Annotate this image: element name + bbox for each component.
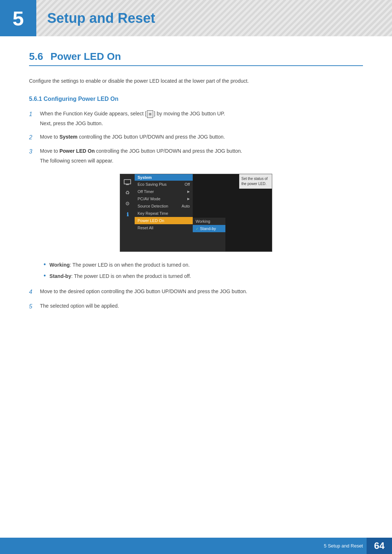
steps-list: 1 When the Function Key Guide appears, s…: [29, 110, 363, 165]
osd-icon-info: ℹ: [123, 210, 131, 218]
section-description: Configure the settings to enable or disa…: [29, 77, 363, 85]
monitor-icon: [124, 179, 131, 184]
step-3-content: Move to Power LED On controlling the JOG…: [40, 147, 363, 165]
chapter-number: 5: [12, 7, 24, 30]
subsection-number: 5.6.1: [29, 96, 42, 102]
step-1-sub: Next, press the JOG button.: [40, 119, 363, 127]
working-label: Working: [196, 219, 210, 223]
footer-page-box: 64: [367, 538, 392, 554]
info-icon: ℹ: [127, 212, 128, 217]
step-3-sub: The following screen will appear.: [40, 157, 363, 165]
step-4-number: 4: [29, 287, 40, 297]
bullet-working: • Working: The power LED is on when the …: [44, 261, 363, 269]
steps-list-2: 4 Move to the desired option controlling…: [29, 287, 363, 311]
step-3-number: 3: [29, 147, 40, 156]
osd-menu: System Eco Saving Plus Off Off Timer ▶ P…: [135, 174, 193, 251]
page-footer: 5 Setup and Reset 64: [0, 538, 392, 554]
standby-label: Stand-by: [200, 226, 216, 231]
section-heading: 5.6Power LED On: [29, 51, 363, 66]
bullet-standby-text: Stand-by: The power LED is on when the p…: [49, 272, 191, 280]
step-2-content: Move to System controlling the JOG butto…: [40, 133, 363, 141]
osd-submenu-working: Working: [193, 218, 225, 225]
step-3: 3 Move to Power LED On controlling the J…: [29, 147, 363, 165]
bullet-standby: • Stand-by: The power LED is on when the…: [44, 272, 363, 280]
osd-icon-monitor: [123, 178, 131, 186]
osd-menu-eco-saving: Eco Saving Plus Off: [135, 181, 193, 188]
step-1-number: 1: [29, 110, 40, 119]
step-4: 4 Move to the desired option controlling…: [29, 287, 363, 297]
eco-saving-label: Eco Saving Plus: [138, 182, 167, 186]
chapter-number-box: 5: [0, 0, 36, 36]
standby-term: Stand-by: [49, 273, 71, 279]
bullet-list: • Working: The power LED is on when the …: [44, 261, 363, 280]
chapter-title-area: Setup and Reset: [36, 0, 155, 36]
source-detection-label: Source Detection: [138, 204, 168, 208]
osd-menu-pcav-mode: PC/AV Mode ▶: [135, 195, 193, 202]
osd-tooltip: Set the status of the power LED.: [239, 174, 272, 189]
step-1-content: When the Function Key Guide appears, sel…: [40, 110, 363, 127]
section-title: Power LED On: [50, 51, 121, 62]
function-key-icon: ⊞: [147, 110, 153, 118]
working-term: Working: [49, 262, 70, 268]
subsection-title: Configuring Power LED On: [44, 96, 118, 102]
osd-icon-gear: ⚙: [123, 200, 131, 208]
step-5-number: 5: [29, 302, 40, 311]
checkmark-icon: ✓: [196, 227, 199, 231]
step-2-number: 2: [29, 133, 40, 142]
footer-page-number: 64: [374, 540, 385, 551]
osd-container: ♻ ⚙ ℹ System Eco Saving Plus Off: [29, 174, 363, 252]
osd-icon-recycle: ♻: [123, 189, 131, 197]
chapter-header: 5 Setup and Reset: [0, 0, 392, 36]
osd-sidebar: ♻ ⚙ ℹ: [120, 174, 135, 251]
chapter-title: Setup and Reset: [47, 11, 155, 26]
bullet-dot-2: •: [44, 272, 46, 280]
bullet-dot-1: •: [44, 261, 46, 269]
pcav-mode-arrow: ▶: [187, 197, 190, 201]
osd-submenu: Working ✓ Stand-by: [193, 218, 225, 251]
step-1: 1 When the Function Key Guide appears, s…: [29, 110, 363, 127]
source-detection-value: Auto: [181, 204, 190, 208]
off-timer-label: Off Timer: [138, 189, 154, 194]
osd-tooltip-text: Set the status of the power LED.: [241, 177, 268, 186]
key-repeat-label: Key Repeat Time: [138, 211, 168, 216]
osd-menu-source-detection: Source Detection Auto: [135, 202, 193, 210]
step-4-content: Move to the desired option controlling t…: [40, 287, 363, 295]
reset-all-label: Reset All: [138, 226, 153, 230]
step-2: 2 Move to System controlling the JOG but…: [29, 133, 363, 142]
step-2-bold: System: [60, 134, 78, 140]
gear-icon: ⚙: [125, 201, 130, 206]
step-5: 5 The selected option will be applied.: [29, 302, 363, 311]
step-5-content: The selected option will be applied.: [40, 302, 363, 310]
osd-menu-off-timer: Off Timer ▶: [135, 188, 193, 195]
osd-screen: ♻ ⚙ ℹ System Eco Saving Plus Off: [120, 174, 272, 252]
pcav-mode-label: PC/AV Mode: [138, 197, 160, 201]
osd-submenu-standby: ✓ Stand-by: [193, 225, 225, 232]
subsection-heading: 5.6.1 Configuring Power LED On: [29, 96, 363, 102]
osd-menu-power-led: Power LED On: [135, 217, 193, 224]
power-led-label: Power LED On: [138, 218, 164, 223]
recycle-icon: ♻: [125, 190, 130, 196]
eco-saving-value: Off: [185, 182, 190, 186]
bullet-working-text: Working: The power LED is on when the pr…: [49, 261, 189, 269]
step-3-bold: Power LED On: [60, 148, 95, 154]
main-content: 5.6Power LED On Configure the settings t…: [0, 51, 392, 311]
osd-menu-header: System: [135, 174, 193, 181]
osd-menu-reset-all: Reset All: [135, 224, 193, 231]
off-timer-arrow: ▶: [187, 190, 190, 193]
osd-menu-key-repeat: Key Repeat Time: [135, 210, 193, 217]
footer-text: 5 Setup and Reset: [324, 543, 363, 549]
section-number: 5.6: [29, 51, 43, 62]
